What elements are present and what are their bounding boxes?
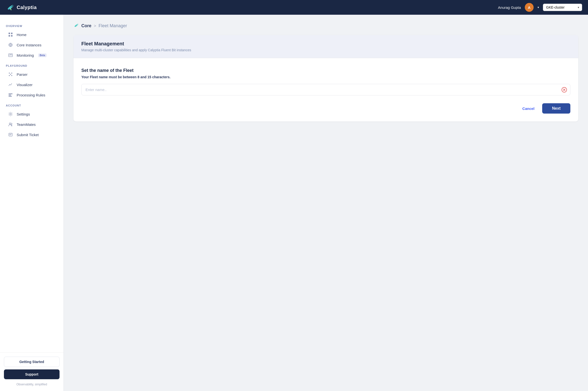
parser-icon: [8, 72, 13, 77]
svg-rect-17: [9, 133, 12, 136]
getting-started-button[interactable]: Getting Started: [4, 357, 60, 367]
svg-rect-3: [11, 35, 12, 37]
fleet-actions: Cancel Next: [81, 103, 570, 113]
monitoring-icon: [8, 53, 13, 58]
breadcrumb-section: Core: [81, 23, 91, 28]
svg-rect-1: [11, 33, 12, 34]
sidebar-item-home[interactable]: Home: [2, 29, 62, 40]
sidebar-item-core-instances[interactable]: Core Instances: [2, 40, 62, 50]
fleet-input-wrapper: [81, 84, 570, 96]
user-name: Anurag Gupta: [498, 5, 521, 9]
logo-bird-icon: [6, 3, 15, 12]
cluster-select-input[interactable]: GKE-cluster: [543, 4, 582, 11]
settings-icon: [8, 111, 13, 117]
avatar: A: [525, 3, 534, 12]
svg-point-8: [11, 73, 12, 74]
topnav: Calyptia Anurag Gupta A ▾ GKE-cluster: [0, 0, 588, 15]
topnav-right: Anurag Gupta A ▾ GKE-cluster: [498, 3, 582, 12]
sidebar-item-visualizer[interactable]: Visualizer: [2, 80, 62, 90]
fleet-header-title: Fleet Management: [81, 41, 570, 47]
visualizer-icon: [8, 82, 13, 87]
account-section-label: ACCOUNT: [0, 100, 64, 109]
sidebar-item-submit-ticket-label: Submit Ticket: [17, 133, 39, 137]
logo: Calyptia: [6, 3, 37, 12]
fleet-card: Fleet Management Manage multi-cluster ca…: [73, 35, 578, 121]
overview-section-label: OVERVIEW: [0, 21, 64, 29]
sidebar-item-monitoring[interactable]: Monitoring Beta: [2, 50, 62, 60]
clear-input-icon[interactable]: [562, 87, 567, 93]
sidebar-item-settings-label: Settings: [17, 112, 30, 116]
fleet-name-input[interactable]: [81, 84, 570, 96]
svg-point-11: [10, 74, 11, 75]
fleet-header: Fleet Management Manage multi-cluster ca…: [73, 35, 578, 58]
processing-rules-icon: [8, 92, 13, 98]
svg-point-16: [9, 123, 11, 124]
sidebar-item-processing-rules-label: Processing Rules: [17, 93, 45, 97]
cancel-button[interactable]: Cancel: [519, 104, 538, 113]
sidebar-item-teammates[interactable]: TeamMates: [2, 119, 62, 129]
sidebar-item-teammates-label: TeamMates: [17, 122, 36, 127]
submit-ticket-icon: [8, 132, 13, 137]
next-button[interactable]: Next: [542, 103, 570, 113]
teammates-icon: [8, 122, 13, 127]
sidebar-item-submit-ticket[interactable]: Submit Ticket: [2, 129, 62, 140]
fleet-form-subtitle: Your Fleet name must be between 8 and 15…: [81, 75, 570, 79]
svg-point-5: [10, 44, 11, 46]
sidebar-item-core-instances-label: Core Instances: [17, 43, 41, 47]
sidebar-item-parser[interactable]: Parser: [2, 69, 62, 80]
svg-rect-14: [8, 96, 12, 97]
support-button[interactable]: Support: [4, 369, 60, 379]
svg-rect-12: [8, 94, 12, 94]
sidebar-item-processing-rules[interactable]: Processing Rules: [2, 90, 62, 100]
app-body: OVERVIEW Home Core Instances Monitoring …: [0, 15, 588, 391]
breadcrumb-bird-icon: [73, 22, 79, 29]
svg-point-15: [10, 113, 11, 115]
logo-text: Calyptia: [17, 5, 37, 10]
sidebar-item-monitoring-label: Monitoring: [17, 53, 34, 57]
sidebar-item-visualizer-label: Visualizer: [17, 83, 33, 87]
fleet-form-title: Set the name of the Fleet: [81, 68, 570, 73]
sidebar-bottom: Getting Started Support Observability, s…: [0, 353, 64, 391]
sidebar-item-parser-label: Parser: [17, 72, 27, 77]
svg-point-7: [9, 73, 10, 74]
svg-point-10: [11, 75, 12, 76]
cluster-selector[interactable]: GKE-cluster: [543, 4, 582, 11]
fleet-body: Set the name of the Fleet Your Fleet nam…: [73, 58, 578, 121]
monitoring-beta-badge: Beta: [38, 53, 47, 57]
sidebar: OVERVIEW Home Core Instances Monitoring …: [0, 15, 64, 391]
breadcrumb-page: Fleet Manager: [98, 23, 127, 28]
core-instances-icon: [8, 42, 13, 48]
svg-rect-2: [8, 35, 10, 37]
breadcrumb: Core > Fleet Manager: [73, 22, 578, 29]
fleet-header-desc: Manage multi-cluster capabilities and ap…: [81, 48, 570, 52]
breadcrumb-separator: >: [94, 24, 96, 28]
user-dropdown-arrow[interactable]: ▾: [537, 6, 539, 9]
sidebar-item-settings[interactable]: Settings: [2, 109, 62, 119]
svg-point-9: [9, 75, 10, 76]
svg-rect-0: [8, 33, 10, 34]
playground-section-label: PLAYGROUND: [0, 60, 64, 69]
tagline: Observability, simplified: [4, 382, 60, 387]
svg-rect-13: [8, 95, 11, 96]
main-content: Core > Fleet Manager Fleet Management Ma…: [64, 15, 588, 391]
home-icon: [8, 32, 13, 37]
sidebar-item-home-label: Home: [17, 33, 26, 37]
